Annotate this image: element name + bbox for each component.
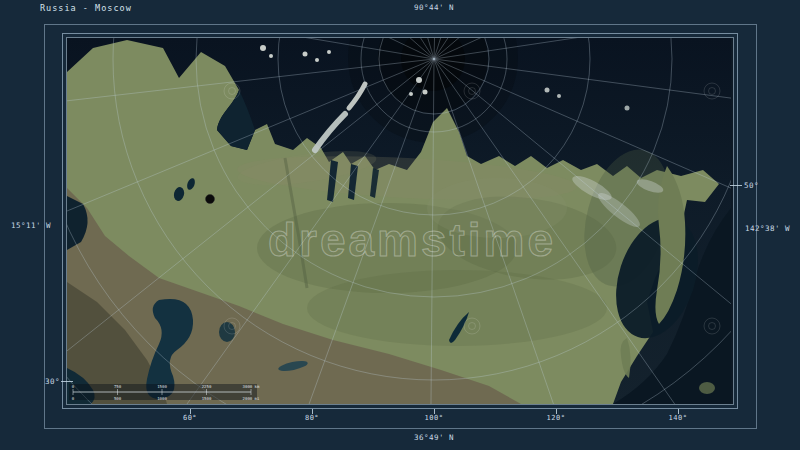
island-franz-josef-1 xyxy=(303,52,308,57)
island-franz-josef-3 xyxy=(327,50,331,54)
island-svalbard-1 xyxy=(260,45,266,51)
bottom-tick-label: 120° xyxy=(536,414,576,422)
island-hokkaido xyxy=(699,382,715,394)
capital-marker-moscow xyxy=(206,195,215,204)
island-new-siberian-1 xyxy=(545,88,550,93)
right-tick-label: 50° xyxy=(744,181,759,190)
scalebar-km-label: 2250 xyxy=(202,384,212,389)
island-franz-josef-2 xyxy=(315,58,319,62)
scalebar: 0075050015001000225015003000 km2000 mi xyxy=(69,384,260,401)
island-svalbard-2 xyxy=(269,54,273,58)
page-title: Russia - Moscow xyxy=(40,4,132,13)
watermark-text: dreamstime xyxy=(268,214,556,266)
coordinate-label-top: 90°44' N xyxy=(374,3,494,12)
scalebar-km-label: 750 xyxy=(114,384,122,389)
map-inner-frame: dreamstime 0075050015001000225015003000 … xyxy=(66,37,734,405)
bottom-tick-label: 60° xyxy=(170,414,210,422)
scalebar-mi-label: 1000 xyxy=(157,396,167,401)
scalebar-km-label: 1500 xyxy=(157,384,167,389)
bottom-tick-label: 100° xyxy=(414,414,454,422)
bottom-tick-label: 80° xyxy=(292,414,332,422)
island-new-siberian-2 xyxy=(557,94,561,98)
map-svg: dreamstime 0075050015001000225015003000 … xyxy=(67,38,731,404)
bottom-tick-label: 140° xyxy=(658,414,698,422)
coordinate-label-bottom: 36°49' N xyxy=(374,433,494,442)
right-tick-mark xyxy=(730,185,742,186)
scalebar-mi-label: 2000 mi xyxy=(243,396,260,401)
scalebar-mi-label: 500 xyxy=(114,396,122,401)
scalebar-mi-label: 1500 xyxy=(202,396,212,401)
left-tick-label: 30° xyxy=(44,377,60,386)
map-frame: dreamstime 0075050015001000225015003000 … xyxy=(62,33,738,409)
page-background: { "title": "Russia - Moscow", "coordinat… xyxy=(0,0,800,450)
scalebar-km-label: 3000 km xyxy=(243,384,260,389)
island-wrangel xyxy=(625,106,630,111)
island-severnaya-2 xyxy=(423,90,428,95)
left-tick-mark xyxy=(61,381,73,382)
